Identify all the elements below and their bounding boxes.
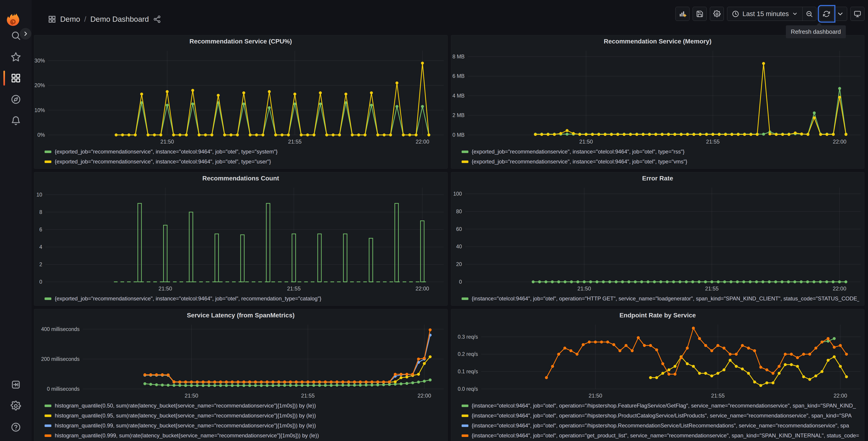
kiosk-mode-button[interactable] [850, 7, 864, 21]
sidebar-item-configuration[interactable] [0, 395, 32, 416]
sidebar-item-explore[interactable] [0, 89, 32, 110]
legend-swatch [44, 414, 51, 417]
breadcrumb-dashboard[interactable]: Demo Dashboard [90, 15, 149, 24]
panel-legend: histogram_quantile(0.50, sum(rate(latenc… [34, 401, 447, 441]
dashboards-icon [11, 73, 21, 83]
svg-text:0.0 req/s: 0.0 req/s [458, 386, 478, 392]
sidebar-item-help[interactable] [0, 416, 32, 438]
svg-text:80: 80 [456, 208, 462, 214]
panel-title[interactable]: Endpoint Rate by Service [451, 309, 864, 321]
svg-text:21:55: 21:55 [288, 139, 302, 145]
legend-item[interactable]: histogram_quantile(0.99, sum(rate(latenc… [44, 421, 442, 431]
svg-text:40: 40 [456, 243, 462, 249]
refresh-group [819, 7, 847, 21]
svg-text:200 milliseconds: 200 milliseconds [41, 356, 80, 362]
zoom-out-button[interactable] [802, 7, 816, 21]
panel-title[interactable]: Recommendations Count [34, 172, 447, 184]
legend-item[interactable]: {exported_job="recommendationservice", i… [44, 157, 442, 167]
svg-text:20%: 20% [34, 82, 45, 88]
panel-title[interactable]: Error Rate [451, 172, 864, 184]
svg-text:21:50: 21:50 [159, 286, 172, 292]
svg-text:400 milliseconds: 400 milliseconds [41, 326, 80, 332]
legend-swatch [462, 424, 468, 427]
chevron-down-icon [792, 11, 798, 17]
svg-text:4: 4 [39, 244, 42, 250]
refresh-tooltip: Refresh dashboard [786, 25, 846, 38]
sidebar-item-sign-in[interactable] [0, 374, 32, 395]
panel-legend: {exported_job="recommendationservice", i… [34, 294, 447, 303]
add-panel-button[interactable] [676, 7, 689, 21]
svg-text:22:00: 22:00 [833, 286, 846, 292]
time-series-chart[interactable]: 024681021:5021:5522:00 [34, 184, 447, 293]
clock-icon [732, 10, 739, 18]
svg-text:60: 60 [456, 226, 462, 232]
legend-swatch [462, 405, 468, 407]
legend-label: histogram_quantile(0.999, sum(rate(laten… [55, 432, 319, 439]
sidebar [0, 0, 32, 441]
sidebar-item-dashboards[interactable] [0, 67, 32, 89]
legend-label: {instance="otelcol:9464", job="otel", op… [472, 295, 859, 302]
time-series-chart[interactable]: 0 milliseconds200 milliseconds400 millis… [34, 321, 447, 400]
sidebar-item-alerting[interactable] [0, 110, 32, 131]
legend-item[interactable]: {exported_job="recommendationservice", i… [44, 294, 442, 303]
refresh-interval-dropdown[interactable] [833, 7, 847, 21]
svg-text:6 MB: 6 MB [452, 73, 465, 79]
breadcrumb-folder[interactable]: Demo [60, 15, 80, 24]
time-series-chart[interactable]: 0 MB2 MB4 MB6 MB8 MB21:5021:5522:00 [451, 48, 864, 146]
time-series-chart[interactable]: 0%10%20%30%21:5021:5522:00 [34, 48, 447, 146]
svg-text:20: 20 [456, 261, 462, 267]
time-range-picker[interactable]: Last 15 minutes [727, 7, 803, 21]
legend-label: histogram_quantile(0.95, sum(rate(latenc… [55, 412, 316, 419]
panel-title[interactable]: Service Latency (from SpanMetrics) [34, 309, 447, 321]
panel-title[interactable]: Recommendation Service (CPU%) [34, 35, 447, 48]
legend-item[interactable]: {instance="otelcol:9464", job="otel", op… [462, 421, 859, 431]
legend-swatch [44, 160, 51, 163]
legend-item[interactable]: {instance="otelcol:9464", job="otel", op… [462, 431, 859, 441]
svg-text:100: 100 [453, 191, 462, 197]
save-dashboard-button[interactable] [693, 7, 707, 21]
dashboard-settings-icon [713, 10, 721, 18]
time-series-chart[interactable]: 0.0 req/s0.1 req/s0.2 req/s0.3 req/s21:5… [451, 321, 864, 400]
share-alt-icon[interactable] [153, 15, 161, 23]
legend-item[interactable]: {instance="otelcol:9464", job="otel", op… [462, 401, 859, 411]
legend-label: {instance="otelcol:9464", job="otel", op… [472, 432, 859, 439]
legend-label: {exported_job="recommendationservice", i… [55, 158, 271, 165]
time-series-chart[interactable]: 02040608010021:5021:5522:00 [451, 184, 864, 293]
legend-item[interactable]: {exported_job="recommendationservice", i… [462, 157, 859, 167]
save-dashboard-icon [696, 10, 704, 18]
svg-text:21:55: 21:55 [711, 392, 724, 399]
legend-item[interactable]: {exported_job="recommendationservice", i… [44, 147, 442, 157]
svg-text:22:00: 22:00 [415, 286, 429, 292]
svg-text:21:50: 21:50 [185, 392, 198, 399]
panel-endpoint-rate-by-service: Endpoint Rate by Service 0.0 req/s0.1 re… [451, 309, 865, 441]
panel-recommendation-service-cpu: Recommendation Service (CPU%) 0%10%20%30… [34, 35, 447, 169]
legend-item[interactable]: {instance="otelcol:9464", job="otel", op… [462, 294, 859, 303]
dashboard-settings-button[interactable] [710, 7, 724, 21]
sidebar-expand-button[interactable] [20, 28, 31, 39]
svg-text:0.2 req/s: 0.2 req/s [458, 351, 478, 357]
alerting-bell-icon [11, 115, 21, 126]
legend-item[interactable]: histogram_quantile(0.999, sum(rate(laten… [44, 431, 442, 441]
refresh-icon [823, 10, 830, 18]
legend-item[interactable]: histogram_quantile(0.95, sum(rate(latenc… [44, 411, 442, 421]
page-header: Demo / Demo Dashboard [32, 0, 868, 34]
legend-swatch [462, 414, 468, 417]
svg-text:21:55: 21:55 [301, 392, 315, 399]
legend-item[interactable]: {instance="otelcol:9464", job="otel", op… [462, 411, 859, 421]
sidebar-item-starred[interactable] [0, 46, 32, 67]
sign-in-icon [11, 379, 21, 390]
panel-legend: {exported_job="recommendationservice", i… [451, 147, 864, 167]
svg-text:21:50: 21:50 [577, 286, 591, 292]
panel-legend: {exported_job="recommendationservice", i… [34, 147, 447, 167]
svg-text:0: 0 [39, 279, 42, 285]
zoom-out-icon [806, 10, 813, 18]
monitor-icon [854, 10, 861, 18]
legend-item[interactable]: {exported_job="recommendationservice", i… [462, 147, 859, 157]
svg-text:0%: 0% [37, 132, 45, 138]
svg-text:21:55: 21:55 [705, 286, 718, 292]
add-panel-icon [679, 10, 686, 18]
legend-item[interactable]: histogram_quantile(0.50, sum(rate(latenc… [44, 401, 442, 411]
svg-text:22:00: 22:00 [417, 392, 431, 399]
refresh-dashboard-button[interactable] [819, 7, 834, 21]
svg-text:4 MB: 4 MB [452, 93, 465, 99]
